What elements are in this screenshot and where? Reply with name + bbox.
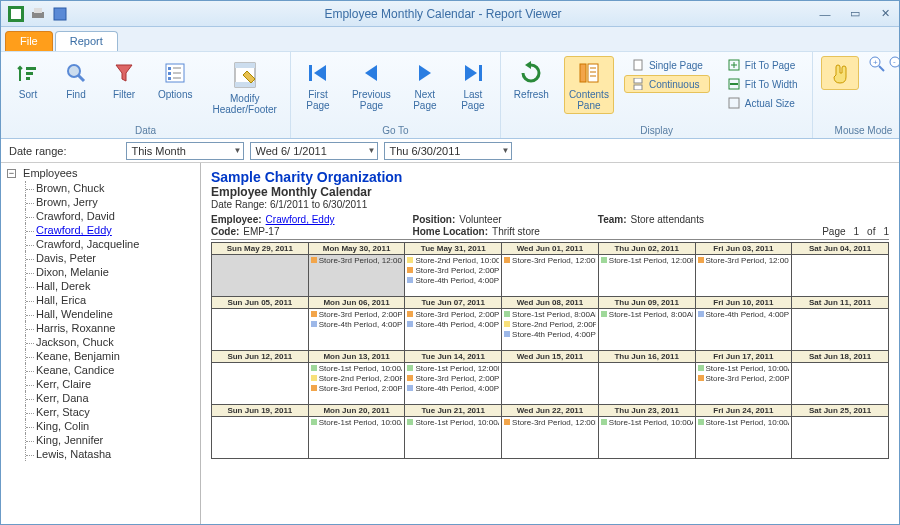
svg-rect-22 — [580, 64, 586, 82]
actual-size-button[interactable]: Actual Size — [720, 94, 805, 112]
ribbon-group-goto: First Page Previous Page Next Page Last … — [291, 52, 501, 138]
shift-text: Store-3rd Period, 2:00PM-4:00PM, Thrift … — [415, 266, 499, 275]
close-button[interactable]: ✕ — [877, 6, 893, 22]
tree-item[interactable]: Crawford, David — [25, 209, 194, 223]
previous-page-button[interactable]: Previous Page — [347, 56, 396, 114]
tree-item[interactable]: Harris, Roxanne — [25, 321, 194, 335]
shift-text: Store-3rd Period, 2:00PM-4:00PM, Thrift … — [319, 310, 403, 319]
shift-chip — [504, 331, 510, 337]
shift-chip — [698, 419, 704, 425]
tree-root[interactable]: − Employees — [7, 167, 194, 179]
tree-item[interactable]: Brown, Jerry — [25, 195, 194, 209]
shift-chip — [504, 419, 510, 425]
tree-item[interactable]: King, Colin — [25, 419, 194, 433]
shift-text: Store-4th Period, 4:00PM-6:00PM, Thrift … — [706, 310, 790, 319]
tree-item[interactable]: Kerr, Claire — [25, 377, 194, 391]
svg-text:-: - — [893, 57, 896, 66]
contents-pane-button[interactable]: Contents Pane — [564, 56, 614, 114]
calendar-day-header: Sun Jun 05, 2011 — [212, 297, 309, 309]
shift-text: Store-1st Period, 10:00AM-12:00PM, Thrif… — [706, 418, 790, 427]
tree-item[interactable]: Dixon, Melanie — [25, 265, 194, 279]
quick-export-icon[interactable] — [51, 5, 69, 23]
calendar-cell — [792, 417, 889, 459]
app-icon — [7, 5, 25, 23]
shift-chip — [698, 365, 704, 371]
maximize-button[interactable]: ▭ — [847, 6, 863, 22]
fit-to-width-button[interactable]: Fit To Width — [720, 75, 805, 93]
shift-chip — [698, 375, 704, 381]
shift-chip — [407, 257, 413, 263]
tree-item[interactable]: Lewis, Natasha — [25, 447, 194, 461]
calendar-cell: Store-1st Period, 10:00AM-12:00PM, Thrif… — [405, 417, 502, 459]
shift-chip — [407, 385, 413, 391]
continuous-button[interactable]: Continuous — [624, 75, 710, 93]
ribbon-group-mouse: + - Mouse Mode — [813, 52, 900, 138]
shift-text: Store-2nd Period, 10:00AM-12:00PM, Thrif… — [415, 256, 499, 265]
date-preset-dropdown[interactable]: This Month▼ — [126, 142, 244, 160]
single-page-button[interactable]: Single Page — [624, 56, 710, 74]
employee-link[interactable]: Crawford, Eddy — [266, 214, 335, 225]
date-end-picker[interactable]: Thu 6/30/2011▼ — [384, 142, 512, 160]
tab-report[interactable]: Report — [55, 31, 118, 51]
svg-rect-23 — [588, 64, 598, 82]
options-button[interactable]: Options — [153, 56, 197, 103]
svg-rect-21 — [479, 65, 482, 81]
tree-item[interactable]: Crawford, Eddy — [25, 223, 194, 237]
calendar-day-header: Sun May 29, 2011 — [212, 243, 309, 255]
calendar-cell: Store-3rd Period, 2:00PM-4:00PM, Thrift … — [308, 309, 405, 351]
calendar-cell: Store-1st Period, 12:00PM-2:00PM, Thrift… — [405, 363, 502, 405]
calendar-cell — [212, 417, 309, 459]
tree-item[interactable]: King, Jennifer — [25, 433, 194, 447]
tree-item[interactable]: Keane, Candice — [25, 363, 194, 377]
shift-text: Store-4th Period, 4:00PM-6:00PM, Thrift … — [319, 320, 403, 329]
tree-item[interactable]: Hall, Wendeline — [25, 307, 194, 321]
tree-item[interactable]: Hall, Derek — [25, 279, 194, 293]
minimize-button[interactable]: — — [817, 6, 833, 22]
svg-rect-32 — [729, 98, 739, 108]
calendar-cell: Store-3rd Period, 12:00PM-2:00PM, Thrift… — [502, 417, 599, 459]
shift-text: Store-4th Period, 4:00PM-6:00PM, Thrift … — [415, 320, 499, 329]
shift-chip — [311, 257, 317, 263]
ribbon-group-data: Sort Find Filter Options Modify Header/F… — [1, 52, 291, 138]
tab-file[interactable]: File — [5, 31, 53, 51]
find-button[interactable]: Find — [57, 56, 95, 103]
tree-item[interactable]: Keane, Benjamin — [25, 349, 194, 363]
quick-print-icon[interactable] — [29, 5, 47, 23]
shift-chip — [311, 419, 317, 425]
tree-item[interactable]: Brown, Chuck — [25, 181, 194, 195]
zoom-out-icon[interactable]: - — [889, 56, 900, 74]
sort-button[interactable]: Sort — [9, 56, 47, 103]
shift-chip — [601, 257, 607, 263]
calendar-cell — [502, 363, 599, 405]
fit-to-page-button[interactable]: Fit To Page — [720, 56, 805, 74]
next-page-button[interactable]: Next Page — [406, 56, 444, 114]
svg-rect-4 — [54, 8, 66, 20]
date-start-picker[interactable]: Wed 6/ 1/2011▼ — [250, 142, 378, 160]
modify-header-footer-button[interactable]: Modify Header/Footer — [207, 56, 281, 118]
shift-chip — [311, 365, 317, 371]
tree-item[interactable]: Crawford, Jacqueline — [25, 237, 194, 251]
filter-button[interactable]: Filter — [105, 56, 143, 103]
shift-text: Store-4th Period, 4:00PM-6:00PM, Thrift … — [415, 384, 499, 393]
svg-rect-27 — [634, 60, 642, 70]
calendar-day-header: Wed Jun 08, 2011 — [502, 297, 599, 309]
calendar-cell: Store-3rd Period, 12:00PM-2:00PM, Thrift… — [695, 255, 792, 297]
shift-chip — [504, 311, 510, 317]
calendar-day-header: Sat Jun 11, 2011 — [792, 297, 889, 309]
first-page-button[interactable]: First Page — [299, 56, 337, 114]
tree-item[interactable]: Kerr, Dana — [25, 391, 194, 405]
shift-chip — [407, 321, 413, 327]
hand-mode-button[interactable] — [821, 56, 859, 90]
org-name: Sample Charity Organization — [211, 169, 889, 185]
calendar-cell: Store-1st Period, 8:00AM-10:00AM, Thrift… — [598, 309, 695, 351]
zoom-in-icon[interactable]: + — [869, 56, 885, 74]
calendar-day-header: Mon May 30, 2011 — [308, 243, 405, 255]
calendar-cell: Store-3rd Period, 2:00PM-4:00PM, Thrift … — [405, 309, 502, 351]
shift-text: Store-3rd Period, 12:00PM-2:00PM, Thrift… — [706, 256, 790, 265]
last-page-button[interactable]: Last Page — [454, 56, 492, 114]
refresh-button[interactable]: Refresh — [509, 56, 554, 103]
tree-item[interactable]: Jackson, Chuck — [25, 335, 194, 349]
tree-item[interactable]: Davis, Peter — [25, 251, 194, 265]
tree-item[interactable]: Kerr, Stacy — [25, 405, 194, 419]
tree-item[interactable]: Hall, Erica — [25, 293, 194, 307]
